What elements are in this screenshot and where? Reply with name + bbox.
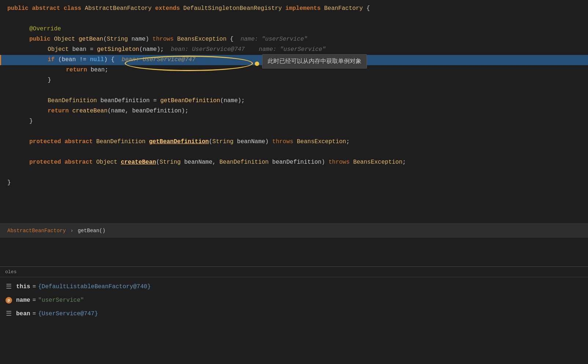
token: BeanDefinition (48, 96, 100, 106)
var-value: {DefaultListableBeanFactory@740} (38, 282, 151, 292)
token: getBeanDefinition (160, 96, 220, 106)
debug-var-var-bean: ☰bean = {UserService@747} (0, 307, 588, 321)
tooltip-dot (255, 62, 259, 66)
token: } (7, 178, 11, 188)
token: abstract (65, 137, 96, 147)
token: bean; (91, 66, 108, 75)
token: BeansException (353, 158, 402, 167)
token: String (107, 35, 131, 44)
token: getBeanDefinition (149, 137, 209, 147)
stack-icon: ☰ (5, 310, 12, 317)
token: return (48, 107, 72, 116)
breadcrumb-class: AbstractBeanFactory (7, 228, 66, 234)
breadcrumb-bar: AbstractBeanFactory › getBean() (0, 223, 588, 237)
code-line-10: BeanDefinition beanDefinition = getBeanD… (0, 96, 588, 106)
token: (bean != (58, 55, 90, 65)
token: @Override (29, 25, 61, 34)
token: (name); (139, 45, 171, 55)
token: String (212, 137, 237, 147)
token: abstract (32, 4, 63, 14)
code-line-13 (0, 127, 588, 137)
tooltip-box: 此时已经可以从内存中获取单例对象 (262, 54, 367, 68)
code-line-5: Object bean = getSingleton(name); bean: … (0, 45, 588, 55)
code-line-8: } (0, 75, 588, 86)
token: String (159, 158, 184, 167)
token: bean = (72, 45, 97, 55)
token: name: "userService" (240, 35, 307, 44)
debug-panel: oles ☰this = {DefaultListableBeanFactory… (0, 267, 588, 364)
token: Object (54, 35, 78, 44)
main-editor: public abstract class AbstractBeanFactor… (0, 0, 588, 223)
debug-vars: ☰this = {DefaultListableBeanFactory@740}… (0, 277, 588, 323)
token: abstract (65, 158, 96, 167)
token: } (29, 117, 33, 126)
stack-icon: ☰ (5, 283, 12, 290)
token: extends (155, 4, 183, 14)
token: ; (403, 158, 406, 167)
var-equals: = (32, 282, 36, 292)
breadcrumb-method: getBean() (78, 228, 106, 234)
token: protected (29, 137, 65, 147)
token: (name); (220, 96, 245, 106)
code-line-18: } (0, 178, 588, 188)
var-value: "userService" (38, 295, 84, 306)
code-line-2 (0, 14, 588, 24)
token: (name, beanDefinition); (107, 107, 188, 116)
debug-var-var-this: ☰this = {DefaultListableBeanFactory@740} (0, 280, 588, 294)
token: ( (103, 35, 107, 44)
token: ; (346, 137, 350, 147)
token: AbstractBeanFactory (85, 4, 155, 14)
code-line-4: public Object getBean(String name) throw… (0, 34, 588, 45)
token: throws (328, 158, 353, 167)
token: beanDefinition) (272, 158, 329, 167)
code-line-3: @Override (0, 24, 588, 34)
debug-header-label: oles (5, 269, 16, 275)
code-line-9 (0, 86, 588, 96)
token: public (29, 35, 54, 44)
token: Object (48, 45, 72, 55)
token: bean: UserService@747 (122, 55, 196, 65)
token: Object (96, 158, 121, 167)
token: ( (209, 137, 213, 147)
code-line-14: protected abstract BeanDefinition getBea… (0, 137, 588, 147)
token: getBean (78, 35, 103, 44)
code-line-17 (0, 168, 588, 178)
token: name) (131, 35, 152, 44)
separator-area (0, 237, 588, 267)
debug-header: oles (0, 267, 588, 277)
var-name-label: this (16, 282, 30, 292)
p-icon: p (5, 297, 12, 304)
var-equals: = (32, 295, 36, 306)
token: beanName, (184, 158, 220, 167)
token: beanDefinition = (100, 96, 160, 106)
token: class (64, 4, 85, 14)
debug-var-var-name: pname = "userService" (0, 294, 588, 307)
token: BeanDefinition (96, 137, 149, 147)
token: createBean (72, 107, 107, 116)
token: null (90, 55, 104, 65)
token: throws (152, 35, 177, 44)
token: protected (29, 158, 65, 167)
code-line-11: return createBean(name, beanDefinition); (0, 106, 588, 116)
stack-lines-icon: ☰ (6, 281, 12, 293)
tooltip-text: 此时已经可以从内存中获取单例对象 (268, 58, 361, 64)
token: { (230, 35, 240, 44)
token: if (48, 55, 58, 65)
var-value: {UserService@747} (38, 309, 98, 319)
token: BeansException (297, 137, 346, 147)
token: BeanDefinition (220, 158, 272, 167)
breadcrumb-separator: › (70, 228, 73, 234)
code-line-15 (0, 147, 588, 157)
token: } (48, 76, 51, 85)
p-badge-icon: p (5, 297, 12, 304)
token: ( (156, 158, 160, 167)
token: DefaultSingletonBeanRegistry (183, 4, 285, 14)
token: throws (272, 137, 297, 147)
var-name-label: name (16, 295, 30, 306)
var-name-label: bean (16, 309, 30, 319)
token: beanName) (237, 137, 272, 147)
token: bean: UserService@747 name: "userService… (171, 45, 326, 55)
token: { (366, 4, 370, 14)
token: BeanFactory (324, 4, 366, 14)
token: getSingleton (97, 45, 139, 55)
